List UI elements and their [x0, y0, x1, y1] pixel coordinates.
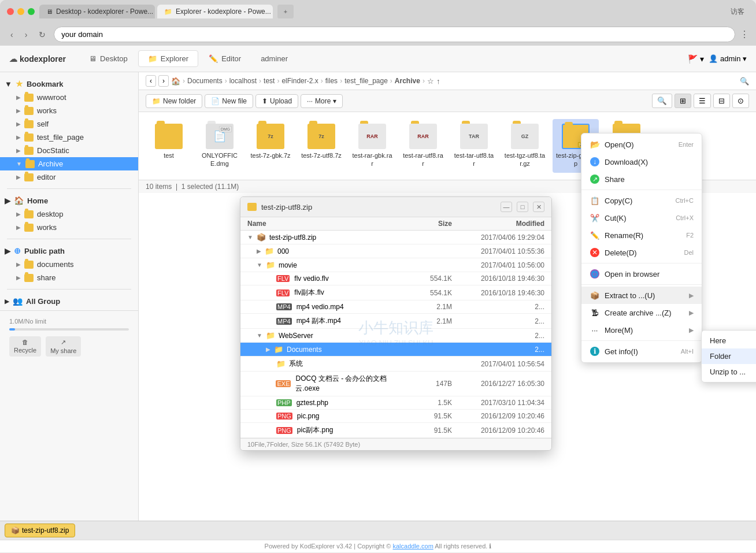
modal-maximize-button[interactable]: □: [517, 202, 528, 212]
detail-view-button[interactable]: ⊟: [713, 94, 730, 108]
sidebar-home-label[interactable]: ▶ 🏠 Home: [0, 194, 138, 207]
modal-row-pic2[interactable]: PNG pic副本.png 91.5K 2016/12/09 10:20:46: [240, 423, 551, 438]
breadcrumb-elfinder[interactable]: elFinder-2.x: [281, 77, 318, 85]
sidebar-item-label: wwwroot: [37, 93, 66, 102]
file-item-zipgbk[interactable]: ZIP test-zip-gbk.zip: [553, 119, 599, 173]
modal-row-movie[interactable]: ▼ 📁 movie 2017/04/01 10:56:00: [240, 258, 551, 272]
breadcrumb-files[interactable]: files: [325, 77, 338, 85]
sidebar-item-docstatic[interactable]: ▶ DocStatic: [0, 144, 138, 157]
file-item-ziputf8[interactable]: ZIP test-zip-utf8.: [603, 119, 650, 173]
file-item-tgz[interactable]: GZ test-tgz-utf8.tar.gz: [502, 119, 548, 173]
modal-row-gztest[interactable]: PHP gztest.php 1.5K 2017/03/10 11:04:34: [240, 396, 551, 410]
close-button[interactable]: [7, 8, 14, 15]
sidebar-item-editor[interactable]: ▶ editor: [0, 170, 138, 184]
file-item-test[interactable]: test: [146, 119, 192, 173]
sidebar-item-desktop[interactable]: ▶ desktop: [0, 207, 138, 221]
back-button[interactable]: ‹: [7, 29, 17, 40]
sidebar-item-test-file-page[interactable]: ▶ test_file_page: [0, 131, 138, 144]
sidebar-item-archive[interactable]: ▼ Archive: [0, 157, 138, 170]
modal-row-root[interactable]: ▼ 📦 test-zip-utf8.zip 2017/04/06 19:29:0…: [240, 231, 551, 244]
new-tab-button[interactable]: +: [277, 5, 294, 18]
browser-tab-explorer[interactable]: 📁 Explorer - kodexplore - Powe... ✕: [157, 5, 273, 18]
modal-row-webserver[interactable]: ▼ 📁 WebServer 2...: [240, 329, 551, 343]
file-item-7zgbk[interactable]: 7z test-7z-gbk.7z: [247, 119, 294, 173]
row-date: 2017/04/01 10:55:36: [452, 247, 544, 255]
file-item-rargbk[interactable]: RAR test-rar-gbk.rar: [349, 119, 395, 173]
breadcrumb-testfilepage[interactable]: test_file_page: [344, 77, 388, 85]
file-plus-icon: 📄: [211, 97, 220, 105]
sidebar-bookmark-label[interactable]: ▼ ★ Bookmark: [0, 77, 138, 91]
sidebar-item-wwwroot[interactable]: ▶ wwwroot: [0, 91, 138, 104]
modal-row-flv2[interactable]: FLV flv副本.flv 554.1K 2016/10/18 19:46:30: [240, 285, 551, 300]
browser-more-button[interactable]: ⋮: [740, 29, 749, 40]
sidebar-item-documents[interactable]: ▶ documents: [0, 258, 138, 271]
modal-row-mp4-2[interactable]: MP4 mp4 副本.mp4 2.1M 2...: [240, 314, 551, 329]
mp4-badge: MP4: [276, 318, 292, 325]
breadcrumb-localhost[interactable]: localhost: [229, 77, 257, 85]
grid-view-button[interactable]: ⊞: [675, 94, 691, 108]
sidebar-item-works-home[interactable]: ▶ works: [0, 221, 138, 234]
row-size: 2.1M: [406, 303, 452, 311]
sidebar-publicpath-label[interactable]: ▶ ⊕ Public path: [0, 244, 138, 258]
search-icon[interactable]: 🔍: [740, 77, 749, 86]
file-item-rarutf8[interactable]: RAR test-rar-utf8.rar: [400, 119, 446, 173]
chevron-down-icon: ▶: [5, 196, 10, 205]
recycle-button[interactable]: 🗑 Recycle: [9, 336, 41, 357]
chevron-right-icon: ▶: [5, 298, 9, 305]
new-folder-button[interactable]: 📁 New folder: [146, 94, 202, 108]
file-item-7zutf8[interactable]: 7z test-7z-utf8.7z: [298, 119, 344, 173]
modal-row-000[interactable]: ▶ 📁 000 2017/04/01 10:55:36: [240, 244, 551, 258]
breadcrumb-up[interactable]: ↑: [436, 77, 440, 86]
new-file-button[interactable]: 📄 New file: [205, 94, 253, 108]
modal-row-documents[interactable]: ▶ 📁 Documents 2...: [240, 343, 551, 357]
maximize-button[interactable]: [28, 8, 35, 15]
browser-tab-desktop[interactable]: 🖥 Desktop - kodexplorer - Powe... ✕: [39, 5, 155, 18]
sidebar-item-share[interactable]: ▶ share: [0, 271, 138, 284]
tab-desktop[interactable]: 🖥 Desktop: [80, 50, 137, 67]
file-item-onlyoffice[interactable]: DMG 📄 ONLYOFFICE.dmg: [197, 119, 243, 173]
expand-icon: ▶: [257, 248, 261, 254]
sidebar-item-works[interactable]: ▶ works: [0, 104, 138, 117]
desktop-icon: 🖥: [89, 54, 97, 63]
back-nav-button[interactable]: ‹: [146, 75, 156, 87]
user-button[interactable]: 👤 admin ▾: [709, 54, 747, 63]
file-label: test-7z-gbk.7z: [250, 151, 290, 159]
modal-close-button[interactable]: ✕: [533, 202, 544, 212]
breadcrumb-test[interactable]: test: [264, 77, 275, 85]
modal-row-mp4-1[interactable]: MP4 mp4 vedio.mp4 2.1M 2...: [240, 300, 551, 314]
modal-row-flv1[interactable]: FLV flv vedio.flv 554.1K 2016/10/18 19:4…: [240, 272, 551, 285]
modal-row-docq[interactable]: EXE DOCQ 文档云 - 会办公的文档云.oexe 147B 2016/12…: [240, 372, 551, 396]
kodexplorer-link[interactable]: kalcaddle.com: [392, 543, 433, 550]
list-view-button[interactable]: ☰: [694, 94, 711, 108]
myshare-button[interactable]: ↗ My share: [46, 336, 81, 357]
file-label: test-zip-gbk.zip: [555, 151, 596, 168]
modal-row-system[interactable]: 📁 系统 2017/04/01 10:56:54: [240, 357, 551, 372]
tab-adminer[interactable]: adminer: [251, 50, 297, 67]
tab-explorer[interactable]: 📁 Explorer: [138, 50, 198, 67]
forward-button[interactable]: ›: [21, 29, 31, 40]
address-input[interactable]: [54, 27, 735, 42]
upload-button[interactable]: ⬆ Upload: [255, 94, 298, 108]
breadcrumb-documents[interactable]: Documents: [187, 77, 223, 85]
breadcrumb-archive[interactable]: Archive: [395, 77, 420, 85]
home-breadcrumb-icon[interactable]: 🏠: [171, 77, 180, 86]
bookmark-star[interactable]: ☆: [427, 77, 434, 86]
sidebar-item-label: Archive: [38, 159, 63, 168]
modal-minimize-button[interactable]: —: [501, 202, 512, 212]
sidebar-item-self[interactable]: ▶ self: [0, 117, 138, 131]
modal-row-pic1[interactable]: PNG pic.png 91.5K 2016/12/09 10:20:46: [240, 410, 551, 423]
settings-view-button[interactable]: ⊙: [732, 94, 749, 108]
minimize-button[interactable]: [17, 8, 24, 15]
sidebar-allgroup-label[interactable]: ▶ 👥 All Group: [0, 294, 138, 308]
flag-button[interactable]: 🚩 ▾: [688, 54, 704, 64]
row-name: 000: [277, 247, 289, 255]
forward-nav-button[interactable]: ›: [158, 75, 169, 87]
refresh-button[interactable]: ↻: [35, 29, 49, 40]
file-item-tar[interactable]: TAR test-tar-utf8.tar: [451, 119, 497, 173]
more-button[interactable]: ··· More ▾: [301, 94, 343, 108]
footer-file-tag[interactable]: 📦 test-zip-utf8.zip: [5, 524, 75, 537]
tab-editor[interactable]: ✏️ Editor: [199, 50, 250, 67]
row-name: pic副本.png: [297, 425, 333, 435]
row-name: 系统: [289, 359, 303, 369]
search-toolbar-button[interactable]: 🔍: [652, 94, 672, 108]
